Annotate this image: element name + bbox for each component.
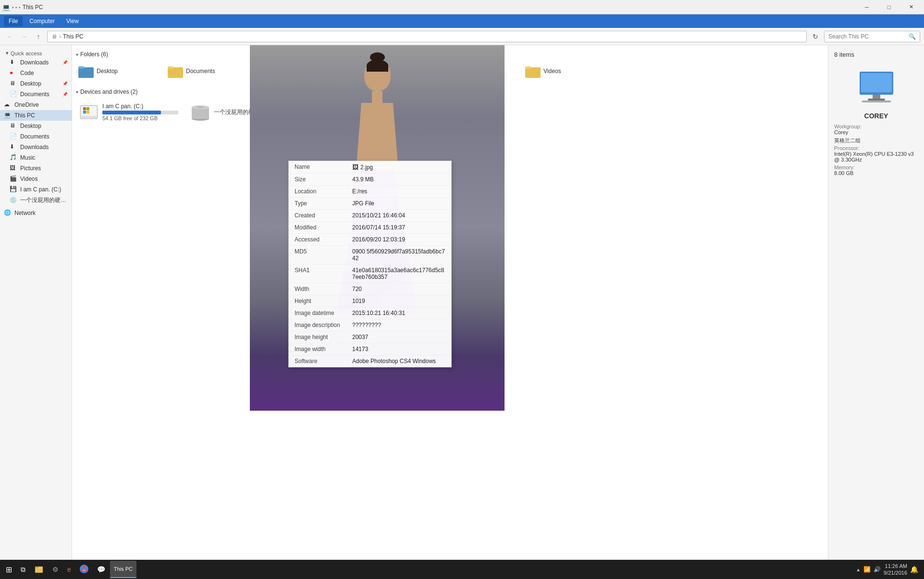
documents-quick-icon: 📄: [10, 90, 17, 98]
window-title: This PC: [23, 4, 856, 11]
forward-button[interactable]: →: [18, 31, 30, 42]
refresh-button[interactable]: ↻: [810, 31, 821, 42]
drive-c[interactable]: I am C pan. (C:) 54.1 GB free of 232 GB: [76, 99, 182, 125]
sidebar-item-documents-pc[interactable]: 📄 Documents: [0, 131, 72, 142]
chrome-button[interactable]: [76, 561, 92, 578]
folder-documents[interactable]: Documents: [165, 62, 252, 81]
sidebar-item-e-drive[interactable]: 💿 一个没屁用的硬盘 (E:): [0, 195, 72, 206]
ie-icon: e: [67, 566, 71, 573]
c-drive-icon: 💾: [10, 186, 17, 193]
sidebar-item-c-drive[interactable]: 💾 I am C pan. (C:): [0, 184, 72, 195]
prop-software-label: Software: [295, 358, 352, 365]
detail-processor-row: Processor: Intel(R) Xeon(R) CPU E3-1230 …: [834, 145, 918, 163]
prop-row-accessed: Accessed 2016/09/20 12:03:19: [289, 234, 451, 246]
sidebar-desktop-label: Desktop: [20, 80, 60, 87]
search-box[interactable]: 🔍: [824, 31, 920, 42]
sidebar-item-desktop-quick[interactable]: 🖥 Desktop 📌: [0, 78, 72, 89]
prop-type-value: JPG File: [352, 200, 445, 207]
sidebar-item-code[interactable]: ● Code: [0, 68, 72, 78]
sidebar-network-label: Network: [14, 210, 68, 216]
back-button[interactable]: ←: [4, 31, 15, 42]
code-icon: ●: [10, 69, 17, 77]
folder-videos[interactable]: Videos: [523, 62, 609, 81]
prop-software-value: Adobe Photoshop CS4 Windows: [352, 358, 445, 365]
prop-img-datetime-value: 2015:10:21 16:40:31: [352, 310, 445, 316]
system-tray: ▲ 📶 🔊 11:26 AM 9/21/2016 🔔: [856, 563, 922, 577]
detail-processor-label: Processor:: [834, 145, 918, 151]
sidebar-item-desktop-pc[interactable]: 🖥 Desktop: [0, 121, 72, 131]
tray-network-icon: 📶: [863, 566, 871, 573]
search-input[interactable]: [828, 33, 909, 40]
folder-documents-icon: [168, 63, 183, 79]
task-view-icon: ⧉: [21, 566, 25, 574]
maximize-button[interactable]: □: [878, 0, 900, 14]
quick-access-header[interactable]: ▾ Quick access: [0, 47, 72, 57]
sidebar-item-downloads-quick[interactable]: ⬇ Downloads 📌: [0, 57, 72, 68]
sidebar-item-videos[interactable]: 🎬 Videos: [0, 174, 72, 184]
sidebar-item-documents-quick[interactable]: 📄 Documents 📌: [0, 89, 72, 100]
drive-c-space: 54.1 GB free of 232 GB: [102, 115, 178, 121]
prop-row-md5: MD5 0900 5f560929d6f7a95315fadb6bc742: [289, 246, 451, 264]
ribbon-tab-file[interactable]: File: [4, 16, 23, 26]
address-path-text: This PC: [63, 33, 84, 40]
desktop-pc-icon: 🖥: [10, 122, 17, 130]
sidebar-item-music[interactable]: 🎵 Music: [0, 152, 72, 163]
svg-rect-1: [78, 66, 84, 69]
start-button[interactable]: ⊞: [2, 561, 16, 578]
file-icon: 🖼: [352, 164, 358, 171]
prop-accessed-label: Accessed: [295, 236, 352, 243]
drive-c-icon: [79, 102, 99, 122]
quick-access-label: Quick access: [11, 50, 42, 56]
address-path-container[interactable]: 🖥 › This PC: [47, 31, 807, 42]
window-controls: ─ □ ✕: [856, 0, 922, 14]
ribbon-tab-view[interactable]: View: [62, 16, 84, 26]
arrow-icon: ›: [59, 33, 61, 40]
sidebar: ▾ Quick access ⬇ Downloads 📌 ● Code 🖥 De…: [0, 45, 72, 565]
search-icon: 🔍: [909, 33, 916, 40]
svg-rect-23: [861, 73, 892, 92]
folder-documents-name: Documents: [186, 68, 215, 75]
sidebar-onedrive-label: OneDrive: [14, 101, 68, 108]
prop-img-height-label: Image height: [295, 334, 352, 340]
prop-size-value: 43.9 MB: [352, 176, 445, 183]
detail-domain-row: 英格兰二组: [834, 137, 918, 144]
svg-rect-25: [868, 99, 885, 101]
folder-desktop[interactable]: Desktop: [76, 62, 162, 81]
up-button[interactable]: ↑: [33, 31, 44, 42]
tray-sound-icon: 🔊: [874, 566, 881, 573]
svg-rect-17: [86, 111, 89, 113]
prop-img-width-label: Image width: [295, 346, 352, 352]
sidebar-item-pictures[interactable]: 🖼 Pictures: [0, 163, 72, 174]
prop-sha1-value: 41e0a6180315a3ae6ac6c1776d5c87eeb760b357: [352, 267, 445, 280]
prop-location-label: Location: [295, 188, 352, 195]
pictures-icon: 🖼: [10, 164, 17, 172]
svg-rect-3: [168, 66, 173, 69]
detail-pc-name: COREY: [864, 112, 888, 120]
prop-row-location: Location E:/res: [289, 186, 451, 198]
settings-button[interactable]: ⚙: [49, 561, 62, 578]
taskbar: ⊞ ⧉ ⚙ e 💬 This PC: [0, 560, 924, 579]
sidebar-item-onedrive[interactable]: ☁ OneDrive: [0, 100, 72, 110]
minimize-button[interactable]: ─: [856, 0, 878, 14]
wechat-button[interactable]: 💬: [93, 561, 109, 578]
sidebar-item-downloads-pc[interactable]: ⬇ Downloads: [0, 142, 72, 152]
ie-button[interactable]: e: [63, 561, 75, 578]
prop-location-value: E:/res: [352, 188, 445, 195]
close-button[interactable]: ✕: [900, 0, 922, 14]
file-explorer-button[interactable]: [30, 561, 48, 578]
drive-c-header: I am C pan. (C:) 54.1 GB free of 232 GB: [79, 102, 178, 122]
sidebar-item-this-pc[interactable]: 💻 This PC: [0, 110, 72, 121]
sidebar-item-network[interactable]: 🌐 Network: [0, 208, 72, 218]
content-area: ▾ Folders (6) Desktop: [72, 45, 828, 565]
folder-desktop-icon: [78, 63, 94, 79]
title-bar: 💻 ▪ ▪ ▪ This PC ─ □ ✕: [0, 0, 924, 14]
prop-row-img-width: Image width 14173: [289, 343, 451, 355]
this-pc-taskbar-button[interactable]: This PC: [110, 561, 136, 578]
sidebar-videos-label: Videos: [20, 176, 68, 182]
prop-width-value: 720: [352, 286, 445, 292]
detail-workgroup-row: Workgroup: Corey: [834, 124, 918, 135]
prop-img-width-value: 14173: [352, 346, 445, 352]
ribbon-tab-computer[interactable]: Computer: [25, 16, 60, 26]
task-view-button[interactable]: ⧉: [17, 561, 29, 578]
prop-img-description-value: ?????????: [352, 322, 445, 328]
